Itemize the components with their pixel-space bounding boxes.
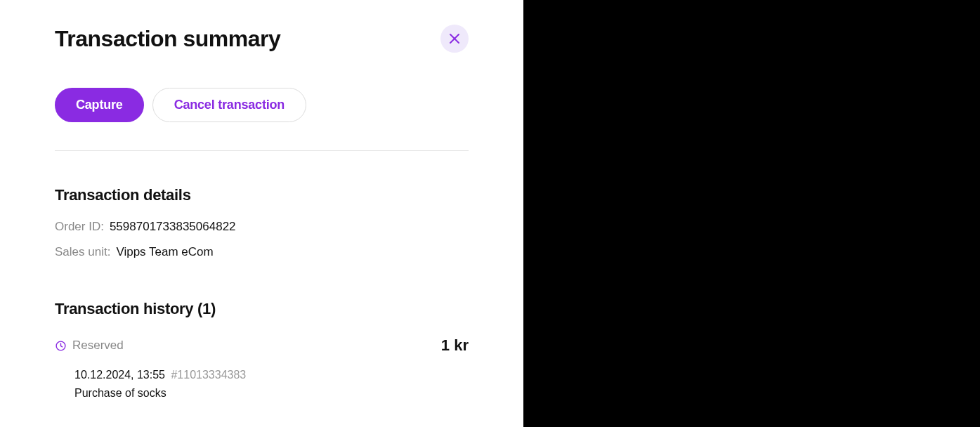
history-meta: 10.12.2024, 13:55 #11013334383 Purchase … <box>55 369 469 400</box>
sales-unit-row: Sales unit: Vipps Team eCom <box>55 245 469 259</box>
order-id-label: Order ID: <box>55 220 104 234</box>
order-id-value: 5598701733835064822 <box>110 220 236 234</box>
status-text: Reserved <box>72 339 124 353</box>
order-id-row: Order ID: 5598701733835064822 <box>55 220 469 234</box>
reference-number: #11013334383 <box>171 369 246 381</box>
transaction-description: Purchase of socks <box>74 387 469 400</box>
page-title: Transaction summary <box>55 26 280 52</box>
close-button[interactable] <box>440 25 469 53</box>
capture-button[interactable]: Capture <box>55 88 144 122</box>
transaction-history-section: Transaction history (1) Reserved 1 kr 10… <box>55 300 469 400</box>
transaction-details-section: Transaction details Order ID: 5598701733… <box>55 186 469 259</box>
details-section-title: Transaction details <box>55 186 469 204</box>
timestamp: 10.12.2024, 13:55 <box>74 369 165 381</box>
clock-icon <box>55 340 67 352</box>
history-item-header: Reserved 1 kr <box>55 336 469 355</box>
action-buttons: Capture Cancel transaction <box>55 88 469 122</box>
panel-header: Transaction summary <box>55 25 469 53</box>
sales-unit-value: Vipps Team eCom <box>116 245 213 259</box>
close-icon <box>449 33 460 44</box>
history-item: Reserved 1 kr 10.12.2024, 13:55 #1101333… <box>55 336 469 400</box>
sales-unit-label: Sales unit: <box>55 245 110 259</box>
history-section-title: Transaction history (1) <box>55 300 469 318</box>
divider <box>55 150 469 151</box>
right-area <box>523 0 980 427</box>
cancel-transaction-button[interactable]: Cancel transaction <box>152 88 306 122</box>
transaction-summary-panel: Transaction summary Capture Cancel trans… <box>0 0 523 427</box>
timestamp-line: 10.12.2024, 13:55 #11013334383 <box>74 369 469 381</box>
transaction-amount: 1 kr <box>441 336 469 355</box>
status-group: Reserved <box>55 339 124 353</box>
